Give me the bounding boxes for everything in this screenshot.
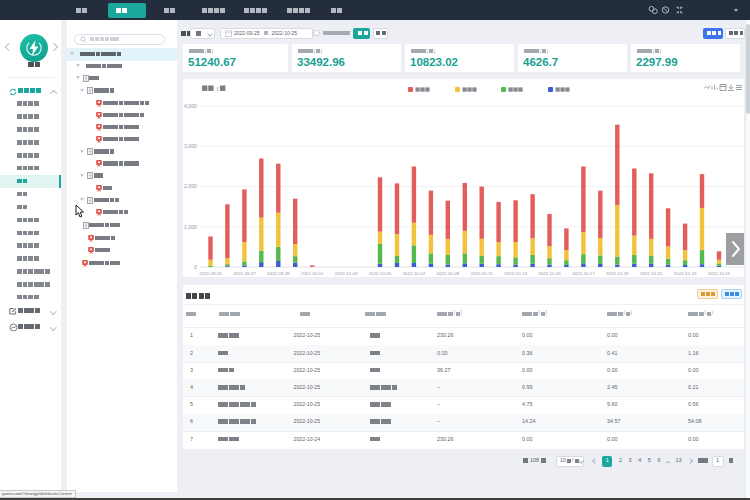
svg-text:0: 0 bbox=[194, 264, 197, 270]
svg-text:2022-09-27: 2022-09-27 bbox=[233, 271, 256, 276]
svg-text:2022-10-11: 2022-10-11 bbox=[471, 271, 494, 276]
svg-text:1,000: 1,000 bbox=[184, 224, 197, 230]
svg-text:2022-10-13: 2022-10-13 bbox=[504, 271, 527, 276]
svg-text:2022-10-25: 2022-10-25 bbox=[708, 271, 731, 276]
svg-text:2022-09-25: 2022-09-25 bbox=[199, 271, 222, 276]
svg-text:/: / bbox=[217, 86, 219, 92]
svg-text:2022-10-01: 2022-10-01 bbox=[301, 271, 324, 276]
svg-text:2022-10-07: 2022-10-07 bbox=[403, 271, 426, 276]
svg-text:2022-10-05: 2022-10-05 bbox=[369, 271, 392, 276]
svg-text:2022-10-23: 2022-10-23 bbox=[674, 271, 697, 276]
svg-text:2022-10-15: 2022-10-15 bbox=[538, 271, 561, 276]
svg-text:2022-10-19: 2022-10-19 bbox=[606, 271, 629, 276]
svg-text:3,000: 3,000 bbox=[184, 143, 197, 149]
svg-text:2,000: 2,000 bbox=[184, 183, 197, 189]
svg-text:2022-10-09: 2022-10-09 bbox=[437, 271, 460, 276]
svg-text:2022-09-29: 2022-09-29 bbox=[267, 271, 290, 276]
svg-text:2022-10-21: 2022-10-21 bbox=[640, 271, 663, 276]
svg-text:2022-10-03: 2022-10-03 bbox=[335, 271, 358, 276]
svg-text:2022-10-17: 2022-10-17 bbox=[572, 271, 595, 276]
svg-text:4,000: 4,000 bbox=[184, 103, 197, 109]
